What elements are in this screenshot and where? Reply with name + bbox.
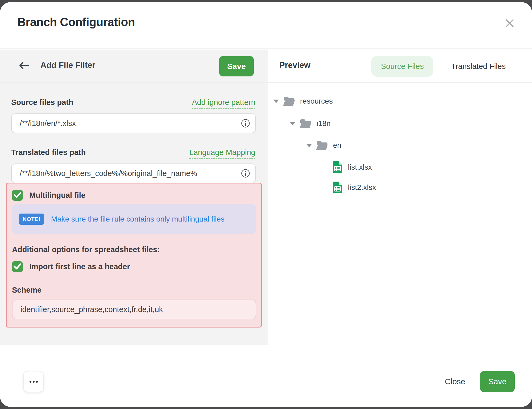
folder-icon: [316, 140, 328, 151]
import-header-checkbox-row[interactable]: Import first line as a header: [12, 261, 130, 272]
tab-translated-files[interactable]: Translated Files: [442, 56, 515, 77]
multilingual-note: NOTE! Make sure the file rule contains o…: [12, 204, 256, 234]
checkmark-icon: [12, 189, 23, 201]
chevron-down-icon[interactable]: [289, 122, 296, 125]
translated-files-path-label: Translated files path: [11, 148, 86, 157]
dialog-title: Branch Configuration: [17, 15, 135, 29]
spreadsheet-file-icon: [332, 181, 343, 194]
tree-label: list.xlsx: [348, 163, 372, 171]
dialog-header: Branch Configuration: [0, 2, 532, 49]
multilingual-options-section: Multilingual file NOTE! Make sure the fi…: [6, 183, 262, 328]
checkmark-icon: [12, 261, 23, 273]
import-header-label: Import first line as a header: [29, 262, 130, 271]
import-header-checkbox[interactable]: [12, 261, 23, 272]
tree-row-i18n[interactable]: i18n: [268, 115, 331, 132]
arrow-left-icon: [18, 61, 29, 71]
scheme-label: Scheme: [12, 286, 41, 295]
folder-icon: [283, 96, 295, 107]
add-ignore-pattern-link[interactable]: Add ignore pattern: [192, 98, 255, 109]
tree-label: i18n: [317, 119, 331, 128]
note-badge: NOTE!: [19, 214, 44, 225]
back-button[interactable]: [18, 61, 30, 70]
spreadsheet-file-icon: [332, 161, 343, 173]
filter-form: Source files path Add ignore pattern Tra…: [0, 83, 268, 345]
multilingual-file-checkbox[interactable]: [12, 190, 23, 201]
save-dialog-button[interactable]: Save: [480, 371, 515, 392]
tree-row-en[interactable]: en: [268, 137, 341, 154]
branch-configuration-dialog: Branch Configuration Add File Filter Sav…: [0, 2, 532, 407]
multilingual-file-label: Multilingual file: [29, 191, 85, 200]
tree-label: list2.xlsx: [348, 183, 376, 192]
ellipsis-icon: [30, 381, 38, 383]
dialog-footer: Close Save: [0, 345, 532, 407]
tab-source-files[interactable]: Source Files: [371, 56, 433, 77]
close-icon: [505, 18, 514, 29]
language-mapping-link[interactable]: Language Mapping: [189, 148, 255, 159]
filter-panel-heading: Add File Filter: [40, 60, 95, 70]
tree-label: en: [333, 141, 341, 150]
close-button[interactable]: [504, 18, 516, 29]
close-dialog-button[interactable]: Close: [445, 377, 465, 386]
tree-row-list-xlsx[interactable]: list.xlsx: [268, 159, 372, 176]
chevron-down-icon[interactable]: [273, 99, 279, 103]
tree-row-resources[interactable]: resources: [268, 93, 333, 110]
source-files-path-label: Source files path: [11, 98, 73, 107]
toolbar-row: Add File Filter Save Preview Source File…: [0, 50, 532, 83]
chevron-down-icon[interactable]: [306, 144, 312, 147]
tree-label: resources: [300, 97, 333, 105]
preview-title: Preview: [279, 60, 310, 70]
folder-icon: [300, 118, 312, 129]
multilingual-file-checkbox-row[interactable]: Multilingual file: [12, 190, 85, 201]
scheme-input[interactable]: [12, 300, 256, 319]
source-files-path-input[interactable]: [11, 113, 256, 133]
filter-save-button[interactable]: Save: [219, 56, 254, 76]
translated-files-path-input[interactable]: [11, 163, 256, 183]
tree-row-list2-xlsx[interactable]: list2.xlsx: [268, 179, 376, 196]
note-text: Make sure the file rule contains only mu…: [51, 215, 225, 223]
more-options-button[interactable]: [23, 371, 44, 392]
spreadsheet-options-heading: Additional options for spreadsheet files…: [12, 245, 160, 254]
